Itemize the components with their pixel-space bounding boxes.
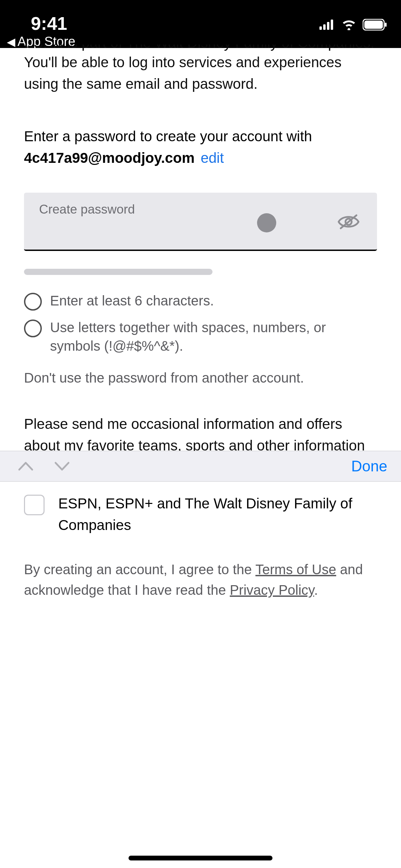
password-value [39, 220, 258, 241]
intro-line2: You'll be able to log into services and … [24, 51, 377, 95]
marketing-checkbox-label: ESPN, ESPN+ and The Walt Disney Family o… [58, 493, 377, 536]
requirement-text: Enter at least 6 characters. [50, 291, 214, 310]
intro-text: ESPN is part of The Walt Disney Family o… [24, 45, 377, 95]
wifi-icon [341, 19, 356, 30]
privacy-policy-link[interactable]: Privacy Policy [230, 582, 314, 598]
svg-rect-1 [323, 24, 326, 30]
password-input[interactable]: Create password [24, 193, 377, 251]
marketing-opt-in-text: Please send me occasional information an… [24, 413, 377, 454]
svg-rect-6 [385, 23, 387, 27]
show-password-toggle[interactable] [337, 213, 361, 232]
edit-email-link[interactable]: edit [200, 150, 224, 166]
marketing-checkbox[interactable] [24, 495, 45, 515]
keyboard-done-button[interactable]: Done [351, 458, 401, 475]
account-email: 4c417a99@moodjoy.com [24, 150, 195, 166]
back-triangle-icon: ◀ [7, 35, 15, 48]
keyboard-accessory-bar: Done [0, 451, 401, 482]
requirement-text: Use letters together with spaces, number… [50, 318, 377, 355]
password-strength-bar [24, 269, 212, 275]
svg-rect-3 [331, 20, 333, 30]
intro-line1: ESPN is part of The Walt Disney Family o… [24, 45, 374, 51]
svg-rect-2 [327, 22, 329, 30]
requirement-status-icon [24, 320, 42, 337]
status-time: 9:41 [31, 13, 67, 34]
legal-text: By creating an account, I agree to the T… [24, 559, 377, 600]
marketing-checkbox-row: ESPN, ESPN+ and The Walt Disney Family o… [24, 493, 377, 536]
requirement-item: Enter at least 6 characters. [24, 291, 377, 311]
next-field-button[interactable] [54, 461, 70, 472]
prev-field-button[interactable] [18, 461, 34, 472]
text-caret-icon [257, 213, 276, 232]
status-bar: 9:41 ◀ App Store [0, 0, 401, 48]
requirement-status-icon [24, 293, 42, 311]
password-requirements: Enter at least 6 characters. Use letters… [24, 291, 377, 386]
svg-rect-0 [319, 26, 322, 30]
requirement-item: Use letters together with spaces, number… [24, 318, 377, 355]
status-icons [319, 19, 387, 31]
home-indicator[interactable] [129, 856, 272, 860]
cellular-signal-icon [319, 20, 335, 30]
password-warning: Don't use the password from another acco… [24, 370, 377, 386]
password-input-label: Create password [39, 202, 135, 217]
terms-of-use-link[interactable]: Terms of Use [255, 562, 336, 577]
prompt-text: Enter a password to create your account … [24, 128, 312, 144]
battery-icon [363, 19, 387, 31]
password-prompt: Enter a password to create your account … [24, 125, 377, 169]
svg-rect-5 [364, 21, 383, 29]
